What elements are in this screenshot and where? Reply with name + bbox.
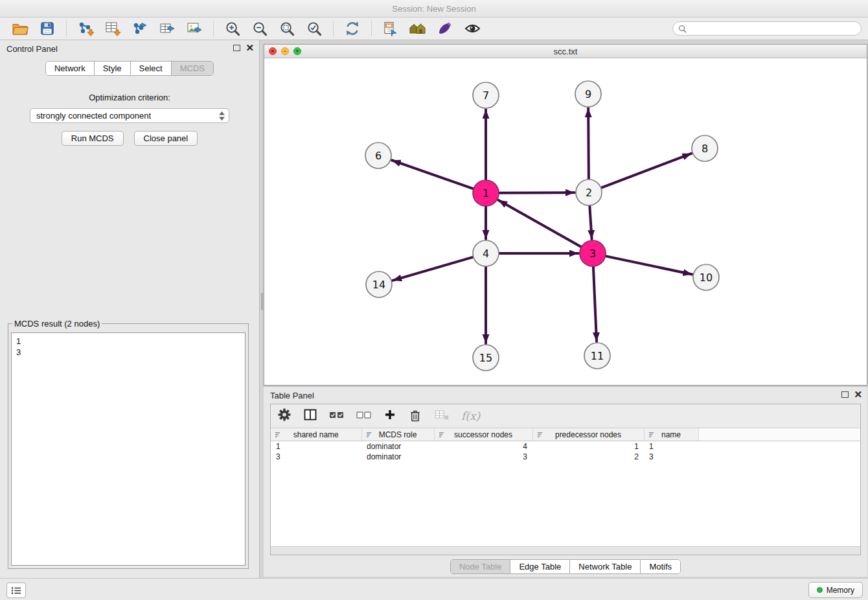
apply-preferred-layout-button[interactable]	[343, 19, 362, 38]
horizontal-scrollbar[interactable]	[271, 546, 860, 555]
cell-successor-nodes[interactable]: 3	[434, 452, 532, 462]
node-7[interactable]: 7	[473, 82, 499, 108]
tab-edge-table[interactable]: Edge Table	[510, 560, 570, 573]
show-graphics-details-button[interactable]	[463, 19, 482, 38]
control-panel-header: Control Panel ✕	[0, 40, 259, 57]
cell-predecessor-nodes[interactable]: 1	[532, 441, 644, 452]
edge-3-1[interactable]	[498, 200, 581, 247]
task-history-button[interactable]	[6, 583, 26, 598]
zoom-in-button[interactable]	[223, 19, 242, 38]
tab-style[interactable]: Style	[95, 62, 131, 75]
sort-icon	[648, 432, 655, 438]
column-header-name[interactable]: name	[644, 428, 698, 441]
deselect-all-columns-button[interactable]	[356, 410, 372, 422]
column-header-mcds-role[interactable]: MCDS role	[361, 428, 434, 441]
cell-name[interactable]: 1	[644, 441, 698, 452]
edge-4-14[interactable]	[393, 257, 473, 281]
node-8[interactable]: 8	[692, 135, 718, 161]
node-14[interactable]: 14	[366, 271, 392, 297]
column-header-successor-nodes[interactable]: successor nodes	[434, 428, 532, 441]
cell-successor-nodes[interactable]: 4	[434, 441, 532, 452]
node-10[interactable]: 10	[693, 264, 719, 290]
zoom-fit-button[interactable]	[277, 19, 297, 38]
import-table-button[interactable]	[103, 19, 122, 38]
cell-predecessor-nodes[interactable]: 2	[532, 452, 644, 462]
table-row[interactable]: 1 dominator 4 1 1	[271, 441, 860, 452]
column-header-shared-name[interactable]: shared name	[271, 428, 361, 441]
node-6[interactable]: 6	[365, 143, 391, 168]
run-mcds-button[interactable]: Run MCDS	[62, 131, 124, 146]
node-label-1: 1	[483, 187, 489, 200]
float-panel-icon[interactable]	[233, 45, 240, 51]
edge-2-9[interactable]	[588, 108, 589, 179]
column-header-predecessor-nodes[interactable]: predecessor nodes	[532, 428, 644, 441]
close-panel-button[interactable]: Close panel	[134, 131, 198, 146]
network-canvas[interactable]: 7968124314101511	[264, 58, 867, 385]
tab-network[interactable]: Network	[46, 62, 95, 75]
tab-mcds[interactable]: MCDS	[172, 62, 213, 75]
close-window-button[interactable]: ×	[269, 47, 277, 55]
node-2[interactable]: 2	[576, 179, 602, 205]
edge-2-3[interactable]	[589, 206, 591, 239]
toolbar-search[interactable]	[672, 21, 862, 36]
node-4[interactable]: 4	[473, 240, 499, 266]
float-table-panel-icon[interactable]	[841, 391, 849, 398]
maximize-window-button[interactable]: +	[293, 47, 301, 55]
optimization-criterion-select[interactable]: strongly connected component	[30, 108, 229, 123]
tab-node-table[interactable]: Node Table	[451, 560, 511, 573]
export-table-button[interactable]	[157, 19, 177, 38]
trash-icon	[408, 408, 422, 422]
toolbar-separator	[66, 21, 67, 36]
control-panel-title: Control Panel	[6, 44, 58, 54]
create-column-button[interactable]	[383, 408, 396, 424]
mcds-result-title: MCDS result (2 nodes)	[12, 319, 102, 329]
cell-mcds-role[interactable]: dominator	[361, 441, 434, 452]
close-panel-icon[interactable]: ✕	[246, 43, 254, 52]
toolbar-separator	[213, 21, 214, 36]
node-3[interactable]: 3	[580, 240, 606, 266]
table-settings-button[interactable]	[277, 408, 291, 424]
style-highlight-button[interactable]	[435, 19, 455, 38]
save-session-button[interactable]	[38, 19, 57, 38]
node-11[interactable]: 11	[584, 343, 610, 369]
close-table-panel-icon[interactable]: ✕	[854, 390, 862, 399]
memory-button[interactable]: Memory	[808, 582, 863, 598]
cell-mcds-role[interactable]: dominator	[361, 452, 434, 462]
edge-1-6[interactable]	[392, 160, 473, 189]
edge-2-8[interactable]	[602, 154, 692, 188]
edge-1-2[interactable]	[499, 192, 575, 193]
delete-table-button[interactable]	[434, 408, 450, 424]
search-input[interactable]	[690, 23, 856, 34]
zoom-selected-button[interactable]	[304, 19, 324, 38]
tab-motifs[interactable]: Motifs	[641, 560, 680, 573]
zoom-out-button[interactable]	[250, 19, 269, 38]
edge-3-10[interactable]	[606, 256, 692, 274]
node-15[interactable]: 15	[473, 345, 499, 371]
first-neighbors-button[interactable]	[408, 19, 428, 38]
function-builder-button[interactable]: f(x)	[461, 410, 480, 422]
main-toolbar	[0, 17, 868, 40]
open-session-button[interactable]	[10, 19, 30, 38]
cell-shared-name[interactable]: 3	[271, 452, 361, 462]
tab-select[interactable]: Select	[131, 62, 172, 75]
show-column-panel-button[interactable]	[303, 408, 317, 424]
tab-network-table[interactable]: Network Table	[570, 560, 641, 573]
sort-icon	[275, 432, 281, 438]
import-network-button[interactable]	[76, 19, 95, 38]
delete-column-button[interactable]	[408, 408, 422, 424]
task-list-icon	[11, 586, 21, 595]
zoom-out-icon	[252, 21, 268, 37]
mcds-result-list[interactable]: 1 3	[11, 332, 246, 566]
select-all-columns-button[interactable]	[329, 410, 345, 422]
minimize-window-button[interactable]: −	[281, 47, 289, 55]
edge-3-11[interactable]	[593, 267, 597, 341]
export-network-button[interactable]	[130, 19, 150, 38]
node-1[interactable]: 1	[473, 180, 499, 206]
cell-shared-name[interactable]: 1	[271, 441, 361, 452]
table-row[interactable]: 3 dominator 3 2 3	[271, 452, 860, 462]
new-network-from-selection-button[interactable]	[381, 19, 400, 38]
node-9[interactable]: 9	[575, 81, 601, 107]
export-image-button[interactable]	[185, 19, 204, 38]
cell-name[interactable]: 3	[644, 452, 698, 462]
table-panel: Table Panel ✕	[264, 387, 867, 577]
